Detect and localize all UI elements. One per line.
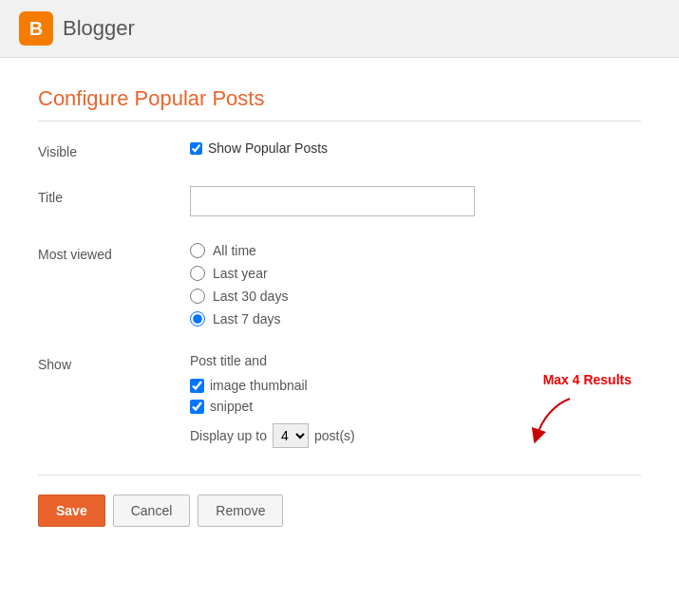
divider xyxy=(38,475,641,476)
snippet-checkbox[interactable] xyxy=(190,400,204,414)
remove-button[interactable]: Remove xyxy=(198,495,283,527)
max-results-note: Max 4 Results xyxy=(543,372,632,387)
radio-last-year-label[interactable]: Last year xyxy=(213,266,268,281)
save-button[interactable]: Save xyxy=(38,495,105,527)
blogger-logo-icon: B xyxy=(19,11,53,46)
radio-row-last-7-days: Last 7 days xyxy=(190,311,641,327)
most-viewed-label: Most viewed xyxy=(38,243,190,262)
image-thumbnail-label[interactable]: image thumbnail xyxy=(210,378,308,393)
title-control xyxy=(190,186,641,216)
post-title-and: Post title and xyxy=(190,353,641,368)
radio-last-30-days-label[interactable]: Last 30 days xyxy=(213,289,288,304)
app-header: B Blogger xyxy=(0,0,679,58)
show-section: Post title and Max 4 Results xyxy=(190,353,641,448)
most-viewed-row: Most viewed All time Last year Last 30 d… xyxy=(38,243,641,327)
radio-row-last-30-days: Last 30 days xyxy=(190,289,641,304)
title-input[interactable] xyxy=(190,186,475,216)
button-row: Save Cancel Remove xyxy=(38,495,641,527)
radio-last-7-days[interactable] xyxy=(190,311,205,327)
main-content: Configure Popular Posts Visible Show Pop… xyxy=(0,58,679,616)
radio-all-time[interactable] xyxy=(190,243,205,258)
radio-all-time-label[interactable]: All time xyxy=(213,243,256,258)
snippet-label[interactable]: snippet xyxy=(210,399,253,414)
display-up-to-label: Display up to xyxy=(190,428,267,443)
radio-last-7-days-label[interactable]: Last 7 days xyxy=(213,311,281,327)
image-thumbnail-checkbox[interactable] xyxy=(190,379,204,393)
arrow-icon xyxy=(518,389,584,446)
posts-suffix: post(s) xyxy=(314,428,355,443)
page-title: Configure Popular Posts xyxy=(38,86,641,121)
visible-label: Visible xyxy=(38,140,190,159)
title-label: Title xyxy=(38,186,190,205)
radio-row-last-year: Last year xyxy=(190,266,641,281)
radio-row-all-time: All time xyxy=(190,243,641,258)
show-popular-posts-checkbox[interactable] xyxy=(190,142,202,155)
radio-last-year[interactable] xyxy=(190,266,205,281)
visible-row: Visible Show Popular Posts xyxy=(38,140,641,159)
show-control: Post title and Max 4 Results xyxy=(190,353,641,448)
display-up-to-select[interactable]: 1 2 3 4 5 xyxy=(273,423,309,448)
most-viewed-radio-group: All time Last year Last 30 days Last 7 d… xyxy=(190,243,641,327)
most-viewed-control: All time Last year Last 30 days Last 7 d… xyxy=(190,243,641,327)
show-label: Show xyxy=(38,353,190,372)
show-popular-posts-label[interactable]: Show Popular Posts xyxy=(208,140,328,156)
cancel-button[interactable]: Cancel xyxy=(113,495,191,527)
title-row: Title xyxy=(38,186,641,216)
form-section: Visible Show Popular Posts Title Most vi… xyxy=(38,140,641,448)
visible-control: Show Popular Posts xyxy=(190,140,641,156)
show-popular-posts-row: Show Popular Posts xyxy=(190,140,641,156)
show-row: Show Post title and Max 4 Results xyxy=(38,353,641,448)
radio-last-30-days[interactable] xyxy=(190,289,205,304)
app-name: Blogger xyxy=(63,16,135,41)
